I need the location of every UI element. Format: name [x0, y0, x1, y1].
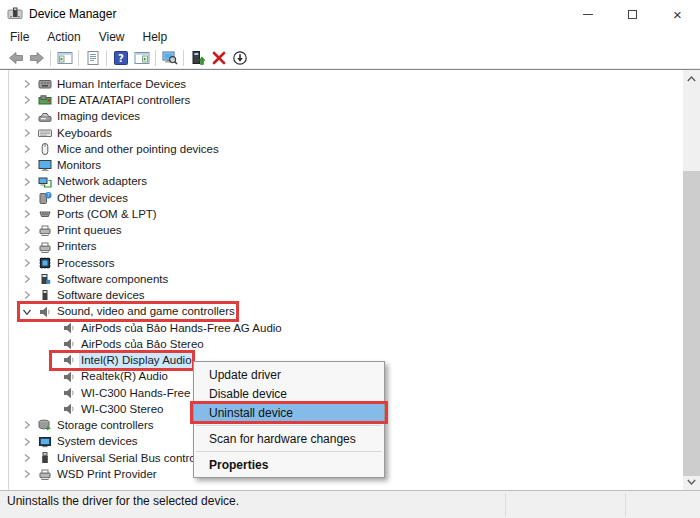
context-menu-item-update-driver[interactable]: Update driver — [194, 365, 384, 384]
help: ? — [113, 50, 129, 66]
monitor-icon — [37, 158, 52, 172]
forward-arrow — [29, 50, 45, 66]
tree-item-ports-com-lpt[interactable]: Ports (COM & LPT) — [0, 206, 683, 222]
tree-item-printers[interactable]: Printers — [0, 239, 683, 255]
tree-item-label: System devices — [55, 434, 140, 449]
tree-item-label: Monitors — [55, 158, 103, 173]
update-driver-button[interactable] — [187, 48, 208, 68]
device-manager-window: Device Manager × FileActionViewHelp ? Hu… — [0, 0, 700, 518]
chevron-right-icon[interactable] — [20, 467, 34, 481]
tree-item-label: Network adapters — [55, 174, 149, 189]
chevron-right-icon[interactable] — [20, 256, 34, 270]
menu-action[interactable]: Action — [38, 28, 89, 47]
properties-toolbar-button[interactable] — [82, 48, 103, 68]
scroll-up-arrow-icon[interactable] — [683, 70, 700, 87]
scan-for-hardware-changes-button[interactable] — [159, 48, 180, 68]
menu-separator — [196, 451, 382, 452]
speaker-icon — [61, 337, 76, 351]
tree-item-label: WSD Print Provider — [55, 467, 159, 482]
tree-item-label: Other devices — [55, 191, 130, 206]
context-menu-item-properties[interactable]: Properties — [194, 455, 384, 474]
title-bar: Device Manager × — [0, 0, 700, 28]
maximize-button[interactable] — [610, 0, 655, 28]
context-menu-item-scan-for-hardware-changes[interactable]: Scan for hardware changes — [194, 429, 384, 448]
tree-item-human-interface-devices[interactable]: Human Interface Devices — [0, 76, 683, 92]
chevron-right-icon[interactable] — [20, 418, 34, 432]
tree-item-label: Storage controllers — [55, 418, 156, 433]
chevron-right-icon[interactable] — [20, 77, 34, 91]
context-menu-item-uninstall-device[interactable]: Uninstall device — [194, 403, 384, 422]
status-bar: Uninstalls the driver for the selected d… — [0, 490, 700, 518]
chevron-right-icon[interactable] — [20, 191, 34, 205]
svg-text:?: ? — [118, 53, 124, 64]
chevron-right-icon[interactable] — [20, 451, 34, 465]
storage-icon — [37, 418, 52, 432]
chevron-right-icon[interactable] — [20, 435, 34, 449]
tree-item-processors[interactable]: Processors — [0, 255, 683, 271]
mouse-icon — [37, 142, 52, 156]
toolbar-separator — [155, 50, 156, 66]
chevron-right-icon[interactable] — [20, 158, 34, 172]
speaker-icon — [37, 305, 52, 319]
tree-item-network-adapters[interactable]: Network adapters — [0, 174, 683, 190]
chevron-right-icon[interactable] — [20, 93, 34, 107]
ide-icon — [37, 93, 52, 107]
chevron-right-icon[interactable] — [20, 272, 34, 286]
menu-file[interactable]: File — [1, 28, 38, 47]
tree-item-sound-video-and-game-controllers[interactable]: Sound, video and game controllers — [0, 304, 683, 320]
chevron-right-icon[interactable] — [20, 142, 34, 156]
properties-sheet — [85, 50, 101, 66]
toolbar-separator — [78, 50, 79, 66]
disable-device-button[interactable] — [229, 48, 250, 68]
uninstall-device-button[interactable] — [208, 48, 229, 68]
back-button[interactable] — [5, 48, 26, 68]
context-menu: Update driverDisable deviceUninstall dev… — [193, 361, 385, 478]
tree-item-label: Print queues — [55, 223, 124, 238]
scrollbar-thumb[interactable] — [683, 171, 700, 476]
scroll-down-arrow-icon[interactable] — [683, 473, 700, 490]
tree-item-mice-and-other-pointing-devices[interactable]: Mice and other pointing devices — [0, 141, 683, 157]
chevron-right-icon[interactable] — [20, 110, 34, 124]
tree-item-imaging-devices[interactable]: Imaging devices — [0, 109, 683, 125]
tree-item-other-devices[interactable]: ?Other devices — [0, 190, 683, 206]
minimize-button[interactable] — [565, 0, 610, 28]
tree-item-airpods-c-a-b-o-stereo[interactable]: AirPods của Bảo Stereo — [0, 336, 683, 352]
chevron-right-icon[interactable] — [20, 126, 34, 140]
minimize-icon — [583, 14, 593, 15]
tree-item-label: WI-C300 Stereo — [79, 402, 165, 417]
tree-item-airpods-c-a-b-o-hands-free-ag-audio[interactable]: AirPods của Bảo Hands-Free AG Audio — [0, 320, 683, 336]
menu-view[interactable]: View — [90, 28, 134, 47]
show-console-tree-button[interactable] — [54, 48, 75, 68]
forward-button[interactable] — [26, 48, 47, 68]
toolbar: ? — [0, 47, 700, 69]
toolbar-separator — [50, 50, 51, 66]
software-component-icon — [37, 272, 52, 286]
tree-item-ide-ata-atapi-controllers[interactable]: IDE ATA/ATAPI controllers — [0, 92, 683, 108]
console-tree — [57, 50, 73, 66]
toolbar-separator — [106, 50, 107, 66]
menu-help[interactable]: Help — [134, 28, 177, 47]
printer-icon — [37, 223, 52, 237]
vertical-scrollbar[interactable] — [683, 70, 700, 490]
speaker-icon — [61, 353, 76, 367]
tree-item-keyboards[interactable]: Keyboards — [0, 125, 683, 141]
chevron-right-icon[interactable] — [20, 240, 34, 254]
svg-text:?: ? — [46, 192, 49, 198]
show-action-pane-button[interactable] — [131, 48, 152, 68]
status-separator — [505, 493, 506, 516]
tree-item-label: Processors — [55, 256, 117, 271]
chevron-right-icon[interactable] — [20, 223, 34, 237]
chevron-right-icon[interactable] — [20, 175, 34, 189]
context-menu-item-disable-device[interactable]: Disable device — [194, 384, 384, 403]
tree-item-software-devices[interactable]: Software devices — [0, 287, 683, 303]
tree-item-monitors[interactable]: Monitors — [0, 157, 683, 173]
close-button[interactable]: × — [655, 0, 700, 28]
tree-item-print-queues[interactable]: Print queues — [0, 222, 683, 238]
chevron-down-icon[interactable] — [20, 305, 34, 319]
tree-item-software-components[interactable]: Software components — [0, 271, 683, 287]
chevron-right-icon[interactable] — [20, 288, 34, 302]
ports-icon — [37, 207, 52, 221]
menu-separator — [196, 425, 382, 426]
help-button[interactable]: ? — [110, 48, 131, 68]
chevron-right-icon[interactable] — [20, 207, 34, 221]
